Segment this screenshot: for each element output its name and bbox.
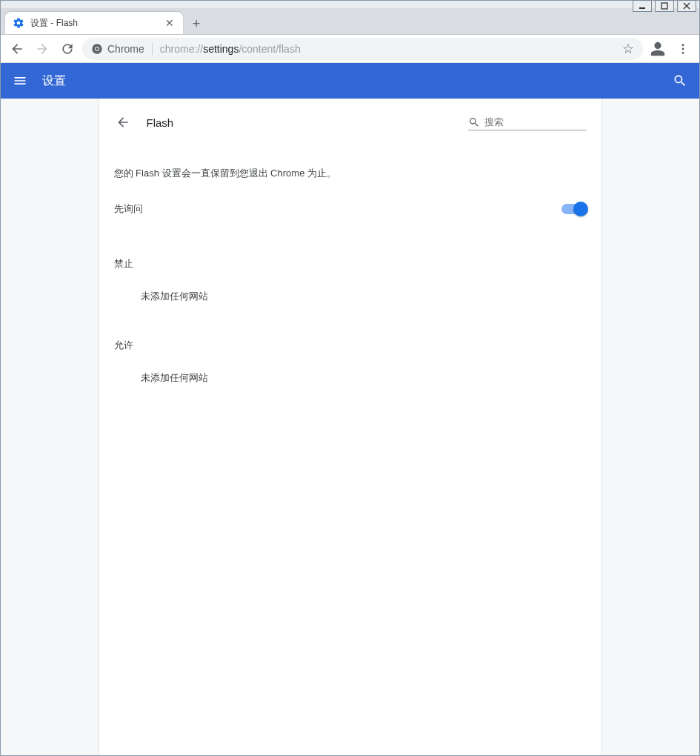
search-icon [468, 116, 480, 128]
secure-chip: Chrome [91, 43, 153, 55]
page-search-input[interactable] [484, 116, 587, 127]
browser-window: 设置 - Flash ✕ + Chrome chrome://settings/… [0, 0, 700, 756]
flash-description: 您的 Flash 设置会一直保留到您退出 Chrome 为止。 [114, 134, 587, 190]
address-bar[interactable]: Chrome chrome://settings/content/flash ☆ [82, 38, 643, 60]
hamburger-menu-button[interactable] [11, 72, 29, 90]
page-search-box[interactable] [468, 115, 587, 130]
profile-avatar[interactable] [647, 39, 668, 59]
settings-panel: Flash 您的 Flash 设置会一直保留到您退出 Chrome 为止。 先询… [99, 99, 602, 755]
svg-point-5 [682, 44, 684, 46]
overflow-menu-button[interactable] [673, 39, 693, 59]
allow-empty-text: 未添加任何网站 [114, 358, 587, 391]
ask-first-row: 先询问 [114, 190, 587, 228]
svg-point-7 [682, 51, 684, 53]
minimize-button[interactable] [633, 0, 652, 12]
maximize-button[interactable] [655, 0, 674, 12]
page-subheader: Flash [114, 99, 587, 134]
header-search-button[interactable] [671, 72, 689, 90]
close-tab-button[interactable]: ✕ [164, 17, 176, 29]
tab-title: 设置 - Flash [30, 17, 158, 30]
app-title: 设置 [42, 73, 66, 89]
block-section-title: 禁止 [114, 228, 587, 276]
os-titlebar [1, 1, 699, 8]
browser-tab-active[interactable]: 设置 - Flash ✕ [5, 12, 183, 34]
block-empty-text: 未添加任何网站 [114, 276, 587, 309]
settings-app-header: 设置 [1, 63, 699, 99]
svg-rect-1 [661, 3, 667, 9]
ask-first-label: 先询问 [114, 202, 561, 216]
svg-rect-0 [639, 7, 645, 9]
reload-button[interactable] [57, 39, 78, 59]
ask-first-toggle[interactable] [561, 204, 587, 214]
toggle-knob [573, 202, 588, 216]
close-window-button[interactable] [677, 0, 696, 12]
forward-button[interactable] [32, 39, 53, 59]
bookmark-star-icon[interactable]: ☆ [622, 41, 634, 57]
tab-strip: 设置 - Flash ✕ + [1, 8, 699, 35]
gear-icon [13, 17, 24, 29]
chrome-icon [91, 43, 103, 55]
chip-label: Chrome [107, 43, 144, 55]
browser-toolbar: Chrome chrome://settings/content/flash ☆ [1, 35, 699, 63]
back-button[interactable] [7, 39, 27, 59]
new-tab-button[interactable]: + [186, 13, 207, 34]
back-arrow-button[interactable] [114, 113, 132, 131]
content-area: Flash 您的 Flash 设置会一直保留到您退出 Chrome 为止。 先询… [1, 99, 699, 755]
allow-section-title: 允许 [114, 309, 587, 358]
svg-point-6 [682, 47, 684, 50]
url-text: chrome://settings/content/flash [160, 43, 615, 55]
page-title: Flash [147, 116, 174, 129]
svg-point-4 [96, 47, 99, 50]
